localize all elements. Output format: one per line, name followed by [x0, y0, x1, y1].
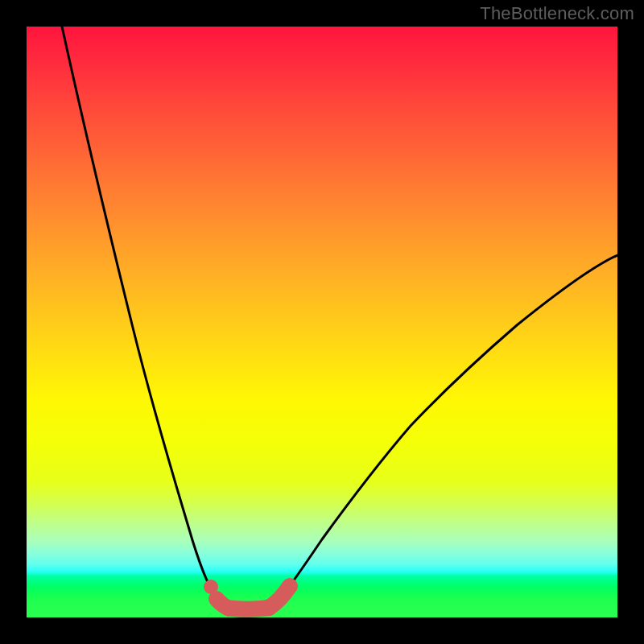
curve-layer [27, 27, 617, 617]
marker-right-pill [269, 586, 290, 608]
chart-frame: TheBottleneck.com [0, 0, 644, 644]
watermark-text: TheBottleneck.com [480, 3, 634, 24]
plot-area [27, 27, 617, 617]
bottleneck-curve [62, 27, 617, 610]
